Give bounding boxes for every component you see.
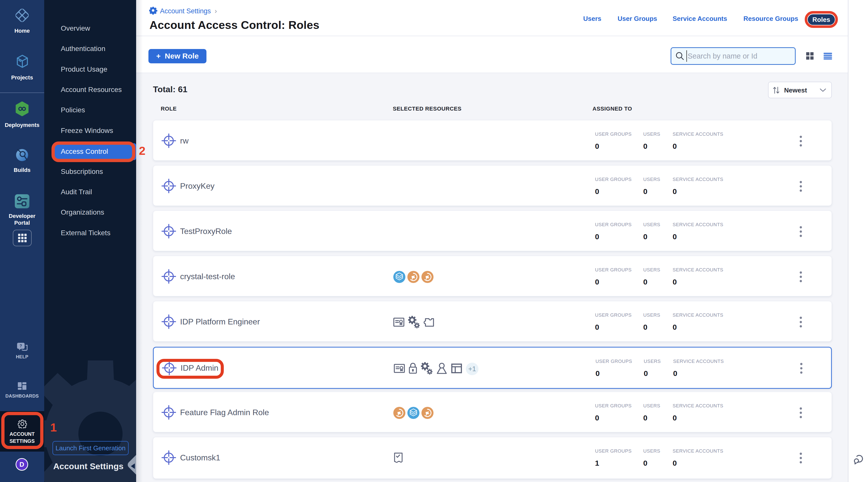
svg-text:?: ? [20, 344, 22, 348]
